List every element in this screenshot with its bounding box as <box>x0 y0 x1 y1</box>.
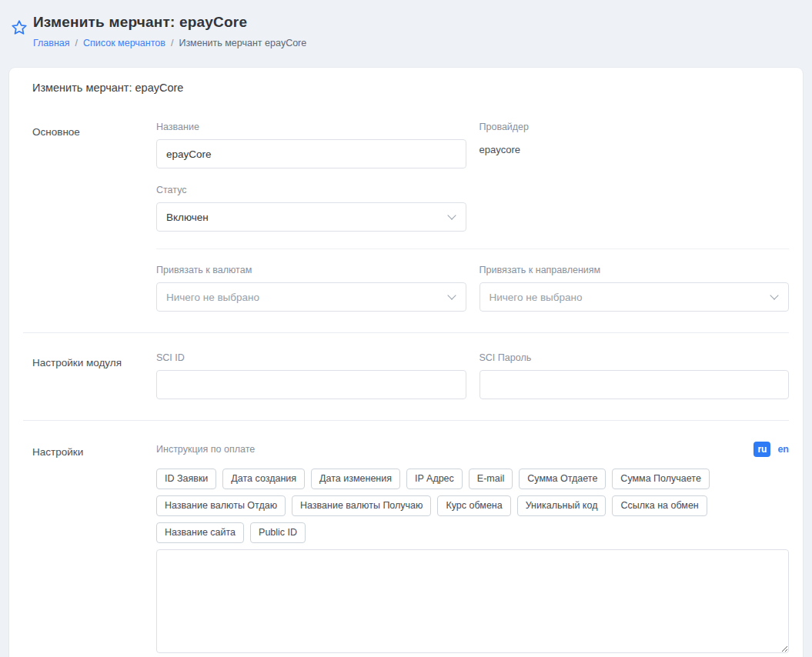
bind-directions-select[interactable]: Ничего не выбрано <box>480 282 790 312</box>
lang-en-button[interactable]: en <box>777 444 789 455</box>
page-header: Изменить мерчант: epayCore Главная / Спи… <box>0 0 812 68</box>
section-divider <box>23 332 789 333</box>
instruction-tag-chip[interactable]: Уникальный код <box>517 495 606 516</box>
instruction-tag-chip[interactable]: Ссылка на обмен <box>612 495 707 516</box>
name-input[interactable] <box>156 139 466 168</box>
section-settings-label: Настройки <box>23 442 156 653</box>
instruction-tag-chip[interactable]: Название сайта <box>156 522 244 543</box>
sci-id-label: SCI ID <box>156 352 466 364</box>
status-label: Статус <box>156 185 789 196</box>
instruction-tag-chip[interactable]: Дата изменения <box>311 469 400 489</box>
card-title: Изменить мерчант: epayCore <box>32 82 789 94</box>
breadcrumb: Главная / Список мерчантов / Изменить ме… <box>33 38 306 48</box>
instruction-tag-chip[interactable]: Курс обмена <box>437 495 510 516</box>
sci-id-input[interactable] <box>156 370 466 399</box>
breadcrumb-separator: / <box>75 38 78 48</box>
section-module: Настройки модуля SCI ID SCI Пароль <box>23 352 789 399</box>
instruction-tag-chip[interactable]: Сумма Отдаете <box>519 469 606 489</box>
bind-directions-label: Привязать к направлениям <box>480 265 790 276</box>
section-main-fields: Название Провайдер epaycore Статус Включ… <box>156 122 789 312</box>
status-select-value: Включен <box>166 212 209 223</box>
section-divider <box>23 420 789 421</box>
section-module-fields: SCI ID SCI Пароль <box>156 352 789 399</box>
instruction-tag-chip[interactable]: IP Адрес <box>406 469 463 489</box>
header-text-block: Изменить мерчант: epayCore Главная / Спи… <box>33 11 306 48</box>
language-switcher: ru en <box>754 442 789 457</box>
provider-label: Провайдер <box>480 122 790 133</box>
status-select[interactable]: Включен <box>156 202 466 232</box>
sci-password-input[interactable] <box>480 370 790 399</box>
breadcrumb-current: Изменить мерчант epayCore <box>179 38 306 48</box>
payment-instruction-textarea[interactable] <box>156 549 789 653</box>
section-main: Основное Название Провайдер epaycore Ста… <box>23 122 789 312</box>
instruction-tag-chip[interactable]: Название валюты Отдаю <box>156 495 286 516</box>
instruction-tag-chip[interactable]: Название валюты Получаю <box>292 495 431 516</box>
section-module-label: Настройки модуля <box>23 352 156 399</box>
instruction-tag-chip[interactable]: Сумма Получаете <box>612 469 710 489</box>
bind-currencies-select[interactable]: Ничего не выбрано <box>156 282 466 312</box>
breadcrumb-home-link[interactable]: Главная <box>33 38 70 48</box>
lang-ru-button[interactable]: ru <box>754 442 770 457</box>
chevron-down-icon <box>447 291 456 299</box>
instruction-tag-list: ID Заявки Дата создания Дата изменения I… <box>156 469 789 543</box>
bind-currencies-placeholder: Ничего не выбрано <box>166 292 259 303</box>
instruction-tag-chip[interactable]: E-mail <box>469 469 513 489</box>
section-settings-fields: Инструкция по оплате ru en ID Заявки Дат… <box>156 442 789 653</box>
payment-instruction-label: Инструкция по оплате <box>156 444 255 455</box>
provider-value: epaycore <box>480 139 790 155</box>
breadcrumb-merchants-link[interactable]: Список мерчантов <box>83 38 165 48</box>
chevron-down-icon <box>447 211 456 219</box>
instruction-tag-chip[interactable]: ID Заявки <box>156 469 216 489</box>
instruction-tag-chip[interactable]: Public ID <box>250 522 306 543</box>
bind-directions-placeholder: Ничего не выбрано <box>490 292 583 303</box>
section-main-label: Основное <box>23 122 156 312</box>
favorite-star-icon[interactable] <box>10 18 28 37</box>
sci-password-label: SCI Пароль <box>480 352 790 364</box>
name-label: Название <box>156 122 466 133</box>
instruction-tag-chip[interactable]: Дата создания <box>222 469 305 489</box>
page-title: Изменить мерчант: epayCore <box>33 12 306 32</box>
chevron-down-icon <box>770 291 778 299</box>
breadcrumb-separator: / <box>171 38 173 48</box>
section-settings: Настройки Инструкция по оплате ru en ID … <box>23 442 789 653</box>
bind-currencies-label: Привязать к валютам <box>156 265 466 276</box>
merchant-edit-card: Изменить мерчант: epayCore Основное Назв… <box>9 68 803 657</box>
